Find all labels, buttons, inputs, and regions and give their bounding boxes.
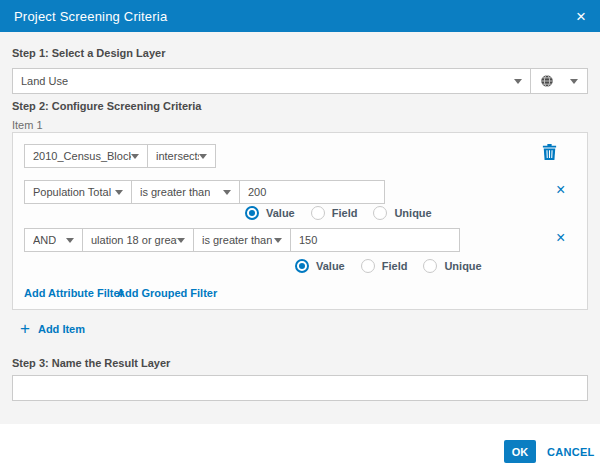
- add-attribute-filter-link[interactable]: Add Attribute Filter: [24, 287, 124, 299]
- design-layer-select[interactable]: Land Use: [12, 68, 531, 94]
- radio-value-selected[interactable]: [295, 259, 309, 273]
- radio-unique-label[interactable]: Unique: [394, 207, 431, 219]
- filter1-value-type-radios: Value Field Unique: [245, 205, 432, 221]
- delete-item-button[interactable]: [542, 144, 557, 162]
- globe-icon: [540, 74, 554, 88]
- remove-filter2-button[interactable]: ×: [556, 230, 565, 246]
- filter1-field-value: Population Total: [33, 186, 111, 198]
- add-item-button[interactable]: + Add Item: [20, 322, 85, 336]
- filter1-value-input[interactable]: [239, 180, 385, 204]
- remove-filter1-button[interactable]: ×: [556, 182, 565, 198]
- chevron-down-icon: [570, 79, 578, 84]
- chevron-down-icon: [115, 190, 123, 195]
- criteria-layer-value: 2010_Census_Blocks: [33, 150, 131, 162]
- trash-icon: [542, 144, 557, 160]
- layer-source-button[interactable]: [530, 68, 588, 94]
- chevron-down-icon: [199, 154, 207, 159]
- filter2-operator-value: is greater than: [202, 234, 272, 246]
- filter1-operator-value: is greater than: [140, 186, 210, 198]
- filter2-value-type-radios: Value Field Unique: [295, 258, 482, 274]
- chevron-down-icon: [177, 238, 185, 243]
- dialog-header: Project Screening Criteria ×: [0, 0, 600, 32]
- radio-unique[interactable]: [373, 206, 387, 220]
- chevron-down-icon: [66, 238, 74, 243]
- result-layer-name-input[interactable]: [12, 375, 588, 401]
- radio-field[interactable]: [361, 259, 375, 273]
- filter2-conjunction-value: AND: [33, 234, 56, 246]
- project-screening-criteria-dialog: Project Screening Criteria × Step 1: Sel…: [0, 0, 600, 473]
- radio-value-label[interactable]: Value: [266, 207, 295, 219]
- close-icon[interactable]: ×: [576, 8, 586, 25]
- plus-icon: +: [20, 322, 30, 336]
- add-item-label: Add Item: [38, 323, 85, 335]
- filter2-value-input[interactable]: [290, 228, 460, 252]
- chevron-down-icon: [223, 190, 231, 195]
- radio-value-selected[interactable]: [245, 206, 259, 220]
- chevron-down-icon: [274, 238, 282, 243]
- filter2-field-select[interactable]: ulation 18 or greater: [82, 228, 194, 252]
- radio-field-label[interactable]: Field: [382, 260, 408, 272]
- radio-unique-label[interactable]: Unique: [444, 260, 481, 272]
- filter2-field-value: ulation 18 or greater: [91, 234, 177, 246]
- step2-label: Step 2: Configure Screening Criteria: [12, 100, 201, 112]
- filter1-field-select[interactable]: Population Total: [24, 180, 132, 204]
- add-grouped-filter-link[interactable]: Add Grouped Filter: [117, 287, 217, 299]
- spatial-operator-select[interactable]: intersects: [147, 144, 216, 168]
- dialog-title: Project Screening Criteria: [14, 9, 167, 24]
- filter2-conjunction-select[interactable]: AND: [24, 228, 83, 252]
- ok-button[interactable]: OK: [504, 440, 536, 463]
- cancel-button[interactable]: CANCEL: [547, 446, 595, 458]
- filter2-operator-select[interactable]: is greater than: [193, 228, 291, 252]
- radio-unique[interactable]: [423, 259, 437, 273]
- radio-field-label[interactable]: Field: [332, 207, 358, 219]
- spatial-operator-value: intersects: [156, 150, 199, 162]
- step1-label: Step 1: Select a Design Layer: [12, 47, 165, 59]
- chevron-down-icon: [131, 154, 139, 159]
- item-label: Item 1: [12, 119, 43, 131]
- chevron-down-icon: [514, 79, 522, 84]
- filter1-operator-select[interactable]: is greater than: [131, 180, 240, 204]
- criteria-layer-select[interactable]: 2010_Census_Blocks: [24, 144, 148, 168]
- design-layer-value: Land Use: [21, 75, 68, 87]
- step3-label: Step 3: Name the Result Layer: [12, 357, 170, 369]
- radio-value-label[interactable]: Value: [316, 260, 345, 272]
- radio-field[interactable]: [311, 206, 325, 220]
